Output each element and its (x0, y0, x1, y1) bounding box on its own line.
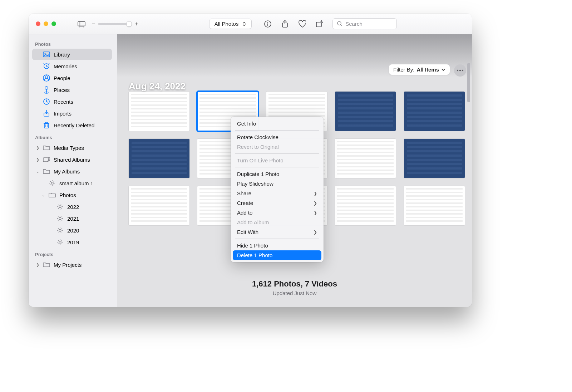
sidebar-photos-imports[interactable]: Imports (32, 108, 112, 119)
menu-hide-1-photo[interactable]: Hide 1 Photo (231, 241, 324, 250)
svg-rect-26 (45, 122, 48, 123)
sidebar-item-label: Memories (54, 63, 77, 69)
more-options-button[interactable] (454, 64, 466, 77)
svg-line-61 (58, 228, 59, 229)
menu-delete-1-photo[interactable]: Delete 1 Photo (233, 250, 321, 260)
context-menu: Get InfoRotate ClockwiseRevert to Origin… (231, 117, 324, 262)
svg-line-62 (61, 232, 62, 232)
menu-play-slideshow[interactable]: Play Slideshow (231, 179, 324, 188)
sidebar-toggle-icon[interactable] (78, 20, 85, 28)
sidebar-project-my-projects[interactable]: ❯My Projects (32, 259, 112, 270)
titlebar: − + All Photos Search (29, 14, 472, 34)
sidebar-item-label: Media Types (54, 145, 84, 151)
sidebar-item-label: My Projects (54, 262, 82, 268)
photo-thumbnail[interactable] (404, 92, 465, 131)
submenu-arrow-icon: ❯ (314, 230, 317, 235)
sidebar-item-label: Imports (54, 111, 72, 117)
svg-rect-22 (44, 123, 49, 128)
svg-point-65 (59, 241, 61, 243)
trash-icon (43, 122, 50, 129)
gear-icon (56, 215, 64, 222)
sidebar-item-label: 2019 (67, 239, 79, 245)
svg-line-52 (58, 216, 59, 217)
sidebar-year-2020[interactable]: 2020 (32, 225, 112, 236)
svg-line-73 (61, 240, 62, 241)
menu-share[interactable]: Share❯ (231, 188, 324, 198)
disclosure-open-icon: ⌄ (41, 193, 45, 197)
svg-rect-8 (316, 22, 321, 27)
photo-thumbnail[interactable] (129, 92, 189, 131)
close-window[interactable] (36, 21, 40, 26)
scrollbar[interactable] (466, 63, 471, 303)
zoom-in-icon[interactable]: + (135, 21, 138, 27)
gear-icon (49, 180, 56, 187)
filter-button[interactable]: Filter By: All Items (389, 64, 450, 75)
svg-point-16 (45, 87, 48, 89)
sidebar-myalbum-photos[interactable]: ⌄Photos (32, 189, 112, 201)
svg-line-46 (61, 205, 62, 205)
submenu-arrow-icon: ❯ (314, 191, 317, 196)
sidebar-item-label: 2022 (67, 204, 79, 210)
submenu-arrow-icon: ❯ (314, 201, 317, 206)
info-icon[interactable] (264, 20, 272, 28)
minimize-window[interactable] (44, 21, 48, 26)
menu-create[interactable]: Create❯ (231, 198, 324, 208)
sidebar-item-label: People (54, 75, 70, 81)
menu-edit-with[interactable]: Edit With❯ (231, 227, 324, 237)
svg-line-64 (61, 228, 62, 229)
photo-thumbnail[interactable] (335, 139, 396, 178)
sidebar-item-label: Recents (54, 99, 73, 105)
sidebar-photos-library[interactable]: Library (32, 49, 112, 60)
view-selector[interactable]: All Photos (209, 19, 252, 29)
svg-line-34 (50, 181, 51, 182)
folder-grey-icon (49, 191, 56, 199)
svg-point-74 (457, 70, 458, 71)
sidebar-item-label: 2020 (67, 227, 79, 234)
zoom-slider[interactable]: − + (92, 21, 138, 27)
sidebar-year-2019[interactable]: 2019 (32, 236, 112, 248)
svg-line-72 (58, 244, 59, 244)
photo-thumbnail[interactable] (129, 186, 189, 225)
svg-line-43 (58, 205, 59, 205)
folder-grey-icon (43, 261, 50, 268)
sidebar-photos-recents[interactable]: Recents (32, 96, 112, 107)
photo-thumbnail[interactable] (404, 139, 465, 178)
sidebar-photos-places[interactable]: Places (32, 84, 112, 95)
date-header: Aug 24, 2022 (129, 81, 186, 92)
photo-thumbnail[interactable] (404, 186, 465, 225)
menu-add-to[interactable]: Add to❯ (231, 208, 324, 217)
menu-revert-to-original: Revert to Original (231, 142, 324, 152)
rotate-icon[interactable] (315, 20, 323, 28)
imports-icon (43, 110, 50, 117)
favorite-icon[interactable] (298, 20, 306, 28)
sidebar-myalbum-smart-album-1[interactable]: smart album 1 (32, 177, 112, 189)
gear-icon (56, 239, 64, 246)
search-input[interactable]: Search (332, 18, 397, 29)
sidebar-album-shared-albums[interactable]: ❯Shared Albums (32, 154, 112, 165)
sidebar-album-my-albums[interactable]: ⌄My Albums (32, 166, 112, 177)
photo-thumbnail[interactable] (335, 92, 396, 131)
sidebar-item-label: My Albums (54, 168, 80, 175)
sidebar-photos-people[interactable]: People (32, 72, 112, 84)
view-selector-label: All Photos (214, 21, 239, 27)
zoom-window[interactable] (51, 21, 56, 26)
disclosure-closed-icon: ❯ (36, 263, 39, 267)
sidebar-year-2022[interactable]: 2022 (32, 201, 112, 212)
menu-duplicate-1-photo[interactable]: Duplicate 1 Photo (231, 169, 324, 179)
svg-point-38 (59, 206, 61, 208)
shared-icon (43, 156, 50, 163)
svg-line-53 (61, 220, 62, 221)
menu-rotate-clockwise[interactable]: Rotate Clockwise (231, 132, 324, 142)
photo-thumbnail[interactable] (335, 186, 396, 225)
svg-point-4 (267, 22, 268, 23)
zoom-out-icon[interactable]: − (92, 21, 95, 27)
photo-thumbnail[interactable] (129, 139, 189, 178)
disclosure-closed-icon: ❯ (36, 157, 39, 162)
menu-get-info[interactable]: Get Info (231, 119, 324, 128)
sidebar-album-media-types[interactable]: ❯Media Types (32, 142, 112, 153)
sidebar-item-label: Recently Deleted (54, 122, 94, 128)
share-icon[interactable] (281, 20, 289, 28)
sidebar-year-2021[interactable]: 2021 (32, 213, 112, 224)
sidebar-photos-recently-deleted[interactable]: Recently Deleted (32, 119, 112, 131)
sidebar-photos-memories[interactable]: Memories (32, 60, 112, 72)
